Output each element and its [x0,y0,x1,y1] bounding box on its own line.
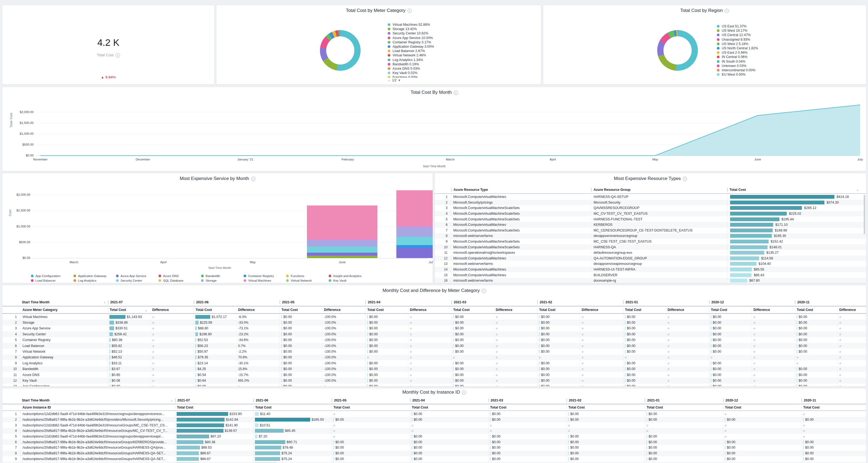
pager-up-icon[interactable]: ▲ [388,79,391,82]
legend-item[interactable]: Storage [201,278,244,283]
legend-item[interactable]: Azure App Service 10.00% [388,36,434,40]
month-header[interactable]: 2020-11 [801,399,866,402]
legend-item[interactable]: Unknown 0.03% [717,64,758,68]
legend-item[interactable]: Key Vault 0.02% [388,71,434,75]
table-row[interactable]: 5/subscriptions/12d2db62-5aa9-471d-84bb-… [2,434,866,439]
info-icon[interactable]: i [683,177,687,181]
total-cost-header[interactable]: Total Cost [645,406,723,409]
table-row[interactable]: 8microsoft.web/serverfarmsdevappservicer… [435,233,866,239]
row-dimension-header[interactable]: Azure Instance ID [20,406,175,409]
start-time-month-header[interactable]: Start Time Month‹ [2,300,108,305]
bar-segment[interactable] [396,245,433,248]
legend-item[interactable]: Intercontinental 0.00% [717,68,758,73]
bar-segment[interactable] [307,256,377,258]
table-row[interactable]: 6/subscriptions/20d6a917-99fa-4b1b-9b2e-… [2,439,866,445]
total-cost-header[interactable]: Total Cost [537,308,580,312]
area-chart[interactable]: $2,000.00$1,500.00$1,000.00$500.00$0.00N… [2,87,866,171]
total-cost-header[interactable]: Total Cost [280,308,322,312]
total-cost-header[interactable]: Total Cost⌄ [108,308,150,312]
month-header[interactable]: 2021-02 [537,300,623,304]
legend-item[interactable]: Unassigned 8.93% [717,37,758,42]
table-row[interactable]: 13microsoft.web/serverfarmsdevappservice… [435,261,866,267]
legend-item[interactable]: Log Analytics [73,278,116,283]
total-cost-header[interactable]: Total Cost [723,406,801,409]
table-row[interactable]: 6Load Balancer$55.82ø$56.230.7%$0.00-100… [2,343,866,349]
legend-item[interactable]: IN South 0.04% [717,59,758,64]
total-cost-header[interactable]: Total Cost [410,406,488,409]
table-row[interactable]: 2Microsoft.Security/pricingsMicrosoft.Se… [435,200,866,205]
legend-item[interactable]: SQL Database [158,278,201,283]
info-icon[interactable]: i [462,390,466,395]
legend-item[interactable]: Bandwidth [201,273,244,278]
bar-segment[interactable] [396,190,433,226]
table-row[interactable]: 3Azure App Service$330.51ø$88.80-73.1%$0… [2,325,866,331]
legend-item[interactable]: Functions [286,273,329,278]
table-row[interactable]: 5Microsoft.Compute/virtualMachineScaleSe… [435,216,866,222]
table-row[interactable]: 1Microsoft.Compute/virtualMachinesHARNES… [435,194,866,200]
table-row[interactable]: 6Microsoft.Compute/virtualMachinesKERBER… [435,222,866,228]
month-header[interactable]: 2021-02 [566,399,645,402]
table-row[interactable]: 1/subscriptions/12d2db62-5aa9-471d-84bb-… [2,411,866,417]
month-header[interactable]: 2021-04 [410,399,488,402]
table-row[interactable]: 4Security Center$256.42ø$196.90-23.2%$0.… [2,331,866,337]
legend-item[interactable]: Virtual Machines [244,278,286,283]
legend-item[interactable]: Virtual Network [286,278,329,283]
sort-chevron-icon[interactable]: ⌄ [145,308,148,312]
legend-item[interactable]: Log Analytics 1.34% [388,58,434,62]
table-row[interactable]: 12Microsoft.Compute/virtualMachinesQA-AU… [435,256,866,261]
difference-header[interactable]: Difference [751,308,795,312]
month-header[interactable]: 2021-03 [451,300,537,304]
legend-item[interactable]: Application Gateway [73,273,116,278]
donut-chart[interactable] [320,30,361,71]
table-row[interactable]: 2/subscriptions/20d6a917-99fa-4b1b-9b2e-… [2,417,866,423]
difference-header[interactable]: Difference [236,308,280,312]
bar-segment[interactable] [396,237,433,245]
scrollbar[interactable] [864,195,865,234]
bar-segment[interactable] [396,226,433,237]
legend-item[interactable]: Virtual Network 2.46% [388,53,434,57]
legend-item[interactable]: IN Central 0.06% [717,55,758,59]
start-time-month-header[interactable]: Start Time Month‹ [2,399,175,403]
table-row[interactable]: 12Key Vault$0.08ø$0.64691.0%$0.00-100.0%… [2,378,866,383]
total-cost-header[interactable]: Total Cost [801,406,866,409]
table-row[interactable]: 10/subscriptions/20d6a917-99fa-4b1b-9b2e… [2,462,866,463]
month-header[interactable]: 2021-06 [253,399,332,402]
legend-item[interactable]: US North Central 1.82% [717,46,758,51]
difference-header[interactable]: Difference [580,308,623,312]
column-header[interactable]: Total Cost [727,188,866,192]
table-row[interactable]: 10Bandwidth$3.67ø$4.2515.8%$0.00-100.0%$… [2,366,866,372]
table-row[interactable]: 7/subscriptions/20d6a917-99fa-4b1b-9b2e-… [2,445,866,451]
table-row[interactable]: 8Application Gateway$46.52ø$79.3570.6%$0… [2,354,866,360]
total-cost-header[interactable]: Total Cost [175,406,253,409]
table-row[interactable]: 2Storage$336.85ø$225.59-33.0%$0.00-100.0… [2,320,866,325]
month-header[interactable]: 2021-05 [332,399,410,402]
column-header[interactable]: Azure Resource Type [451,188,591,192]
legend-item[interactable]: Key Vault [329,278,371,283]
table-row[interactable]: 13App Configuration$0.00ø$0.00ø$0.00ø$0.… [2,383,866,386]
month-header[interactable]: 2021-01 [645,399,723,402]
legend-item[interactable]: US West 19.17% [717,28,758,33]
table-row[interactable]: 9Log Analytics$33.11ø$23.14-30.1%$0.00-1… [2,360,866,366]
legend-item[interactable]: Security Center [116,278,158,283]
table-row[interactable]: 11microsoft.operationalinsights/workspac… [435,250,866,256]
legend-item[interactable]: Azure DNS [158,273,201,278]
bar-segment[interactable] [396,248,433,258]
difference-header[interactable]: Difference [150,308,194,312]
table-row[interactable]: 9Microsoft.Compute/virtualMachineScaleSe… [435,239,866,244]
prev-columns-icon[interactable]: ‹ [171,399,172,403]
legend-item[interactable]: US Central 12.47% [717,33,758,37]
total-cost-header[interactable]: Total Cost [566,406,645,409]
legend-item[interactable]: Insight and Analytics [329,273,371,278]
difference-header[interactable]: Difference [665,308,709,312]
bar-segment[interactable] [307,253,377,255]
month-header[interactable]: 2021-07 [108,300,194,304]
month-header[interactable]: 2020-12 [723,399,801,402]
legend-item[interactable]: Virtual Machines 52.88% [388,23,434,27]
legend-item[interactable]: Security Center 10.82% [388,31,434,35]
info-icon[interactable]: i [407,9,412,13]
table-row[interactable]: 3Microsoft.Compute/virtualMachineScaleSe… [435,205,866,211]
total-cost-header[interactable]: Total Cost [366,308,408,312]
difference-header[interactable]: Difference [408,308,451,312]
prev-columns-icon[interactable]: ‹ [104,300,105,305]
table-row[interactable]: 16microsoft.web/serverfarmsdocexample-rg… [435,278,866,283]
